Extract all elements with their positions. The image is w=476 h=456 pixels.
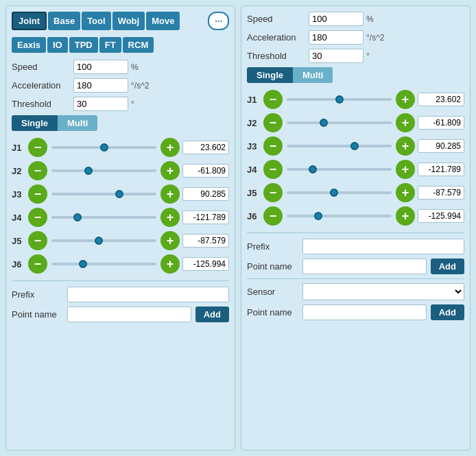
r-j6-value[interactable] [418, 209, 464, 223]
r-j3-value[interactable] [418, 139, 464, 153]
tab-eaxis[interactable]: Eaxis [12, 37, 46, 53]
r-add2-button[interactable]: Add [431, 304, 464, 320]
j4-slider[interactable] [51, 216, 156, 219]
r-speed-label: Speed [247, 14, 309, 24]
r-prefix-row: Prefix [247, 239, 464, 254]
r-prefix-input[interactable] [302, 239, 464, 254]
j4-minus-btn[interactable] [28, 208, 47, 227]
r-j5-plus-btn[interactable] [396, 183, 415, 202]
tab-tool[interactable]: Tool [82, 12, 110, 30]
right-bottom-section: Prefix Point name Add Sensor Point name … [247, 232, 464, 320]
r-j4-slider[interactable] [287, 168, 392, 171]
tab-move[interactable]: Move [146, 12, 180, 30]
tab-joint[interactable]: Joint [12, 12, 47, 30]
r-pointname-input[interactable] [302, 259, 427, 274]
j6-minus-btn[interactable] [28, 254, 47, 274]
j6-value[interactable] [182, 257, 229, 271]
r-mode-multi-btn[interactable]: Multi [293, 67, 333, 83]
r-j1-minus-btn[interactable] [263, 90, 283, 109]
r-speed-input[interactable] [309, 12, 364, 26]
r-j3-minus-btn[interactable] [263, 136, 283, 156]
r-j4-label: J4 [247, 165, 261, 175]
r-pointname2-input[interactable] [302, 304, 427, 320]
r-threshold-label: Threshold [247, 51, 309, 61]
speed-unit: % [131, 62, 139, 72]
speed-label: Speed [12, 62, 73, 72]
r-j4-value[interactable] [418, 163, 464, 176]
j2-slider[interactable] [51, 169, 156, 172]
r-add-button[interactable]: Add [431, 259, 464, 274]
j5-minus-btn[interactable] [28, 231, 47, 250]
r-accel-input[interactable] [309, 30, 364, 45]
tab-tpd[interactable]: TPD [69, 37, 98, 53]
r-j4-minus-btn[interactable] [263, 160, 283, 179]
j1-slider[interactable] [51, 146, 156, 149]
r-j3-plus-btn[interactable] [396, 136, 415, 156]
r-j2-label: J2 [247, 118, 261, 128]
speed-input[interactable] [73, 60, 128, 74]
r-j2-slider[interactable] [287, 121, 392, 124]
j5-value[interactable] [182, 234, 229, 248]
r-j5-slider[interactable] [287, 191, 392, 194]
r-j3-slider[interactable] [287, 145, 392, 147]
threshold-unit: ° [131, 99, 134, 109]
r-threshold-unit: ° [366, 51, 370, 61]
j1-value[interactable] [182, 141, 229, 154]
r-j5-value[interactable] [418, 186, 464, 200]
tab-bar-row1: Joint Base Tool Wobj Move ··· [12, 12, 229, 30]
r-j1-value[interactable] [418, 93, 464, 106]
joint-row-j4: J4 [12, 208, 229, 227]
j6-slider[interactable] [51, 263, 156, 265]
r-j2-minus-btn[interactable] [263, 113, 283, 132]
j2-minus-btn[interactable] [28, 161, 47, 180]
tab-ft[interactable]: FT [99, 37, 121, 53]
pointname-label: Point name [12, 309, 63, 320]
j3-value[interactable] [182, 187, 229, 201]
r-j1-slider[interactable] [287, 98, 392, 101]
add-button[interactable]: Add [195, 307, 229, 322]
prefix-input[interactable] [67, 287, 229, 302]
j5-slider[interactable] [51, 239, 156, 242]
r-mode-single-btn[interactable]: Single [247, 67, 293, 83]
accel-row: Acceleration °/s^2 [12, 78, 229, 93]
j3-minus-btn[interactable] [28, 184, 47, 204]
j2-value[interactable] [182, 164, 229, 178]
j6-plus-btn[interactable] [160, 254, 180, 274]
r-j6-minus-btn[interactable] [263, 206, 283, 226]
joint-row-j2: J2 [12, 161, 229, 180]
pointname-input[interactable] [67, 307, 191, 322]
r-accel-unit: °/s^2 [366, 33, 384, 43]
r-j1-plus-btn[interactable] [396, 90, 415, 109]
r-sensor-select[interactable] [302, 283, 464, 300]
j1-plus-btn[interactable] [160, 138, 180, 157]
accel-input[interactable] [73, 78, 128, 93]
r-joint-row-j5: J5 [247, 183, 464, 202]
j1-minus-btn[interactable] [28, 138, 47, 157]
r-j5-minus-btn[interactable] [263, 183, 283, 202]
r-j6-plus-btn[interactable] [396, 206, 415, 226]
j3-plus-btn[interactable] [160, 184, 180, 204]
r-sensor-label: Sensor [247, 287, 298, 297]
tab-extra[interactable]: ··· [208, 12, 229, 30]
r-threshold-input[interactable] [309, 49, 364, 63]
j5-plus-btn[interactable] [160, 231, 180, 250]
tab-rcm[interactable]: RCM [123, 37, 154, 53]
r-mode-tabs: Single Multi [247, 67, 464, 83]
j4-value[interactable] [182, 211, 229, 224]
j2-plus-btn[interactable] [160, 161, 180, 180]
tab-wobj[interactable]: Wobj [112, 12, 145, 30]
left-panel: Joint Base Tool Wobj Move ··· Eaxis IO T… [5, 5, 235, 451]
mode-multi-btn[interactable]: Multi [58, 115, 97, 131]
tab-io[interactable]: IO [47, 37, 68, 53]
r-j6-slider[interactable] [287, 215, 392, 217]
r-j2-plus-btn[interactable] [396, 113, 415, 132]
right-panel: Speed % Acceleration °/s^2 Threshold ° S… [241, 5, 471, 451]
mode-single-btn[interactable]: Single [12, 115, 58, 131]
tab-base[interactable]: Base [48, 12, 80, 30]
threshold-input[interactable] [73, 97, 128, 111]
j3-slider[interactable] [51, 193, 156, 195]
j4-plus-btn[interactable] [160, 208, 180, 227]
r-j2-value[interactable] [418, 116, 464, 130]
r-j4-plus-btn[interactable] [396, 160, 415, 179]
threshold-label: Threshold [12, 99, 73, 109]
